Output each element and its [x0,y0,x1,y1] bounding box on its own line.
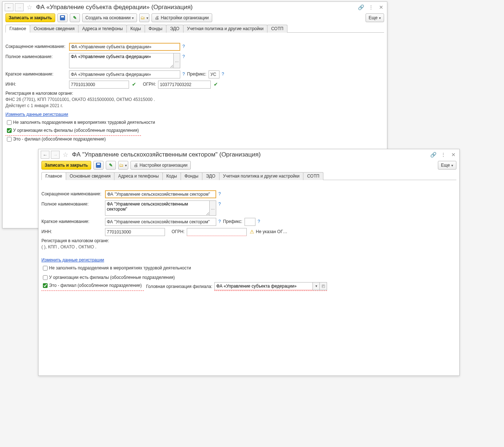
ellipsis-button[interactable]: … [174,53,180,68]
help-icon[interactable]: ? [180,70,185,77]
change-registration-link[interactable]: Изменить данные регистрации [41,257,104,263]
tab-edo[interactable]: ЭДО [166,25,184,33]
close-icon[interactable]: ✕ [378,4,385,11]
short-name-input[interactable] [105,190,216,198]
ogrn-warning-text: Не указан ОГ… [256,228,287,234]
tab-basic-info[interactable]: Основные сведения [66,172,114,180]
pencil-icon: ✎ [73,15,77,20]
tab-main[interactable]: Главное [5,25,30,33]
folder-icon: 🗂 [119,163,124,168]
tab-addresses[interactable]: Адреса и телефоны [78,25,127,33]
ogrn-input[interactable] [187,228,247,236]
link-icon[interactable]: 🔗 [357,4,364,11]
back-button[interactable]: ← [41,151,49,159]
folder-icon: 🗂 [141,15,145,20]
registration-text: ( ), КПП , ОКАТО , ОКТМО . [41,244,201,250]
brief-name-input[interactable] [105,218,216,226]
is-branch-checkbox[interactable]: Это - филиал (обособленное подразделение… [41,282,142,289]
forward-button[interactable]: → [51,151,60,159]
kebab-menu-icon[interactable]: ⋮ [367,4,375,11]
prefix-label: Префикс: [221,218,245,224]
kebab-menu-icon[interactable]: ⋮ [440,151,447,158]
tab-basic-info[interactable]: Основные сведения [30,25,78,33]
full-name-input[interactable] [69,53,174,68]
save-button[interactable] [57,13,68,22]
main-content: Сокращенное наименование: ? Полное наиме… [3,33,387,147]
forward-button[interactable]: → [15,3,24,11]
head-org-select-wrap: ▾ ◰ [214,282,327,291]
prefix-label: Префикс: [185,70,209,77]
save-close-button[interactable]: Записать и закрыть [41,161,91,170]
toolbar: Записать и закрыть ✎ Создать на основани… [3,12,387,24]
dropdown-icon[interactable]: ▾ [313,282,320,290]
warning-icon: ⚠ [247,228,256,235]
org-settings-button[interactable]: Настройки организации [130,161,191,170]
inn-input[interactable] [69,81,129,89]
main-content: Сокращенное наименование: ? Полное наиме… [39,180,459,296]
tab-sotp[interactable]: СОТП [267,25,287,33]
tab-funds[interactable]: Фонды [145,25,166,33]
favorite-star-icon[interactable]: ☆ [61,151,70,159]
tab-main[interactable]: Главное [41,172,66,180]
help-icon[interactable]: ? [219,70,224,77]
close-icon[interactable]: ✕ [450,151,457,158]
help-icon[interactable]: ? [216,200,221,207]
more-button[interactable]: Еще [366,13,384,22]
full-name-label: Полное наименование: [5,53,69,59]
titlebar: ← → ☆ ФА «Управление субъекта федерации»… [3,2,387,12]
tab-accounting-policy[interactable]: Учетная политика и другие настройки [183,25,268,33]
tab-accounting-policy[interactable]: Учетная политика и другие настройки [219,172,304,180]
create-based-on-button[interactable]: Создать на основании [82,13,137,22]
organization-window-2: ← → ☆ ФА "Управление сельскохозяйственны… [38,149,460,376]
has-branches-checkbox[interactable]: У организации есть филиалы (обособленные… [41,274,175,281]
checkmark-icon: ✔ [129,81,136,87]
tab-edo[interactable]: ЭДО [202,172,219,180]
back-button[interactable]: ← [5,3,13,11]
tab-addresses[interactable]: Адреса и телефоны [114,172,163,180]
tab-sotp[interactable]: СОТП [303,172,323,180]
link-icon[interactable]: 🔗 [430,151,437,158]
help-icon[interactable]: ? [180,53,185,59]
brief-name-label: Краткое наименование: [5,70,69,77]
favorite-star-icon[interactable]: ☆ [25,3,34,11]
inn-input[interactable] [105,228,165,236]
full-name-input[interactable] [105,200,210,216]
no-fill-subdivisions-checkbox[interactable]: Не заполнять подразделения в мероприятия… [5,119,155,126]
head-org-input[interactable] [214,282,313,290]
has-branches-checkbox[interactable]: У организации есть филиалы (обособленные… [5,127,139,134]
no-fill-subdivisions-checkbox[interactable]: Не заполнять подразделения в мероприятия… [41,265,191,272]
folder-dropdown-button[interactable]: 🗂 [118,161,128,170]
folder-dropdown-button[interactable]: 🗂 [139,13,149,22]
open-button-icon[interactable]: ◰ [320,282,327,290]
prefix-input[interactable] [245,218,255,226]
head-org-label: Головная организация филиала: [144,284,214,289]
more-button[interactable]: Еще [438,161,456,170]
tab-codes[interactable]: Коды [162,172,181,180]
edit-button[interactable]: ✎ [106,161,116,170]
printer-icon [134,163,138,168]
titlebar: ← → ☆ ФА "Управление сельскохозяйственны… [39,149,459,159]
tab-funds[interactable]: Фонды [181,172,202,180]
change-registration-link[interactable]: Изменить данные регистрации [5,112,68,117]
short-name-input[interactable] [69,43,180,51]
save-button[interactable] [93,161,104,170]
brief-name-label: Краткое наименование: [41,218,105,224]
pencil-icon: ✎ [109,163,113,168]
org-settings-button[interactable]: Настройки организации [152,13,212,22]
help-icon[interactable]: ? [255,218,260,224]
is-branch-checkbox[interactable]: Это - филиал (обособленное подразделение… [5,136,106,143]
prefix-input[interactable] [209,70,219,78]
disk-icon [96,163,101,168]
save-close-button[interactable]: Записать и закрыть [5,13,55,22]
registration-header: Регистрация в налоговом органе: [41,238,456,243]
ogrn-label: ОГРН: [136,81,158,87]
ellipsis-button[interactable]: … [210,200,216,216]
tab-codes[interactable]: Коды [126,25,145,33]
ogrn-input[interactable] [158,81,211,89]
brief-name-input[interactable] [69,70,180,78]
inn-label: ИНН: [5,81,69,87]
help-icon[interactable]: ? [180,43,185,49]
help-icon[interactable]: ? [216,218,221,224]
help-icon[interactable]: ? [216,190,221,196]
edit-button[interactable]: ✎ [70,13,80,22]
